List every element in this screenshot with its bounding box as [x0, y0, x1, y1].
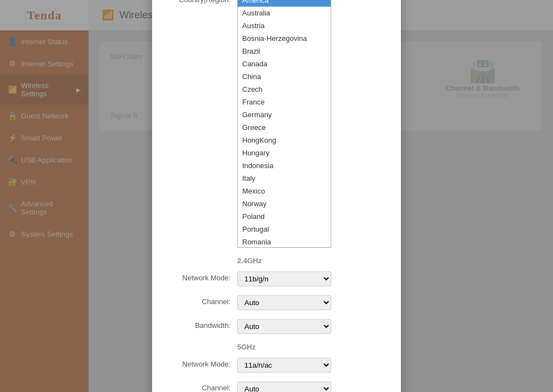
- network-mode-row-24: Network Mode: 11b/g/n: [165, 271, 388, 286]
- section-5ghz: 5GHz: [237, 343, 388, 351]
- country-option[interactable]: Mexico: [238, 185, 331, 197]
- channel-bandwidth-modal: Channel & Bandwidth × Country|Region: Am…: [152, 0, 401, 392]
- country-option[interactable]: Czech: [238, 83, 331, 96]
- channel-row-5: Channel: Auto: [165, 381, 388, 393]
- bandwidth-field-24: Auto: [237, 319, 388, 334]
- country-region-field: AmericaAustraliaAustriaBosnia-Herzegovin…: [237, 0, 388, 248]
- country-option[interactable]: Australia: [238, 7, 331, 19]
- country-option[interactable]: Romania: [238, 236, 331, 248]
- network-mode-select-5[interactable]: 11a/n/ac: [237, 358, 331, 373]
- network-mode-field-24: 11b/g/n: [237, 271, 388, 286]
- channel-label-5: Channel:: [165, 381, 237, 392]
- country-region-row: Country|Region: AmericaAustraliaAustriaB…: [165, 0, 388, 248]
- content-area: WiFi Nam 🛣️ Channel & Bandwidth Channel/…: [88, 30, 553, 392]
- country-option[interactable]: Brazil: [238, 45, 331, 58]
- network-mode-label-5: Network Mode:: [165, 358, 237, 368]
- country-dropdown-container[interactable]: AmericaAustraliaAustriaBosnia-Herzegovin…: [237, 0, 331, 248]
- country-region-label: Country|Region:: [165, 0, 237, 4]
- bandwidth-row-24: Bandwidth: Auto: [165, 319, 388, 334]
- modal-overlay: Channel & Bandwidth × Country|Region: Am…: [0, 0, 553, 392]
- channel-select-5[interactable]: Auto: [237, 381, 331, 393]
- country-dropdown-list[interactable]: AmericaAustraliaAustriaBosnia-Herzegovin…: [237, 0, 331, 248]
- channel-label-24: Channel:: [165, 295, 237, 306]
- country-option[interactable]: Poland: [238, 210, 331, 223]
- country-option[interactable]: HongKong: [238, 134, 331, 147]
- network-mode-field-5: 11a/n/ac: [237, 358, 388, 373]
- country-option[interactable]: Italy: [238, 172, 331, 185]
- country-option[interactable]: Portugal: [238, 223, 331, 236]
- main-content: 📶 Wireless Settings WiFi Nam 🛣️ Channel …: [88, 0, 553, 392]
- channel-field-24: Auto: [237, 295, 388, 310]
- bandwidth-select-24[interactable]: Auto: [237, 319, 331, 334]
- network-mode-label-24: Network Mode:: [165, 271, 237, 282]
- country-option[interactable]: France: [238, 96, 331, 108]
- country-option[interactable]: Indonesia: [238, 159, 331, 172]
- bandwidth-label-24: Bandwidth:: [165, 319, 237, 330]
- country-option[interactable]: Canada: [238, 58, 331, 70]
- channel-select-24[interactable]: Auto: [237, 295, 331, 310]
- section-24ghz: 2.4GHz: [237, 257, 388, 265]
- country-option[interactable]: Bosnia-Herzegovina: [238, 32, 331, 45]
- network-mode-row-5: Network Mode: 11a/n/ac: [165, 358, 388, 373]
- network-mode-select-24[interactable]: 11b/g/n: [237, 271, 331, 286]
- modal-body: Country|Region: AmericaAustraliaAustriaB…: [152, 0, 401, 392]
- channel-field-5: Auto: [237, 381, 388, 393]
- country-option[interactable]: Norway: [238, 197, 331, 210]
- country-option[interactable]: Hungary: [238, 147, 331, 159]
- country-option[interactable]: China: [238, 70, 331, 83]
- country-option[interactable]: Greece: [238, 121, 331, 134]
- country-option[interactable]: America: [238, 0, 331, 7]
- country-option[interactable]: Germany: [238, 108, 331, 121]
- channel-row-24: Channel: Auto: [165, 295, 388, 310]
- country-option[interactable]: Austria: [238, 19, 331, 32]
